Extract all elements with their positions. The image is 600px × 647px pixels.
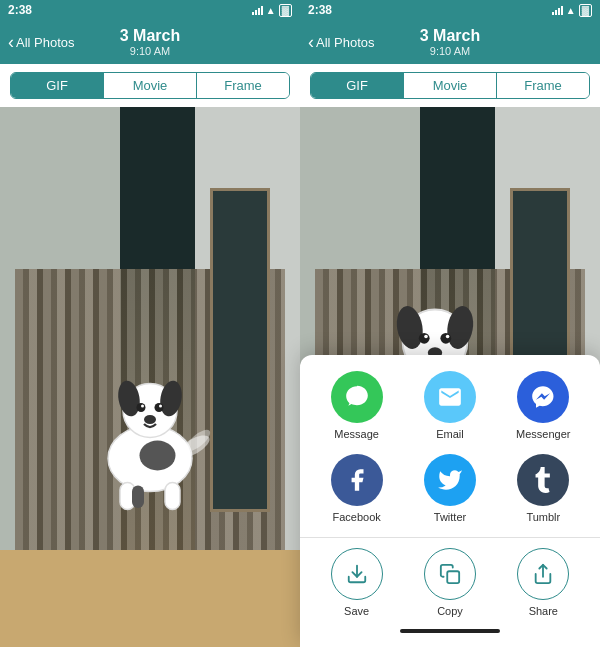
right-panel: 2:38 ▲ ▓ ‹ All Photos 3 March 9:10 AM GI… (300, 0, 600, 647)
email-share-item[interactable]: Email (412, 371, 487, 440)
home-indicator (400, 629, 500, 633)
right-segment-control: GIF Movie Frame (310, 72, 590, 99)
right-back-button[interactable]: ‹ All Photos (308, 33, 375, 51)
right-nav-title: 3 March 9:10 AM (420, 27, 480, 57)
save-action-item[interactable]: Save (319, 548, 394, 617)
tumblr-share-item[interactable]: Tumblr (506, 454, 581, 523)
right-back-label: All Photos (316, 35, 375, 50)
right-title: 3 March (420, 27, 480, 45)
messenger-share-item[interactable]: Messenger (506, 371, 581, 440)
svg-point-21 (424, 335, 428, 339)
share-divider (300, 537, 600, 538)
left-title: 3 March (120, 27, 180, 45)
share-label: Share (529, 605, 558, 617)
messenger-icon (517, 371, 569, 423)
right-status-bar: 2:38 ▲ ▓ (300, 0, 600, 20)
right-status-icons: ▲ ▓ (552, 4, 592, 17)
save-icon (331, 548, 383, 600)
share-sheet: Message Email Messenger (300, 355, 600, 647)
left-segment-control: GIF Movie Frame (10, 72, 290, 99)
svg-point-19 (419, 333, 430, 344)
share-icon (517, 548, 569, 600)
copy-icon (424, 548, 476, 600)
left-back-label: All Photos (16, 35, 75, 50)
svg-rect-11 (165, 482, 180, 509)
right-frame-tab[interactable]: Frame (497, 73, 589, 98)
svg-point-8 (144, 415, 156, 424)
share-row-2: Facebook Twitter Tumblr (300, 454, 600, 523)
left-movie-tab[interactable]: Movie (104, 73, 197, 98)
svg-point-20 (440, 333, 451, 344)
share-action-item[interactable]: Share (506, 548, 581, 617)
wifi-icon: ▲ (266, 5, 276, 16)
right-time: 2:38 (308, 3, 332, 17)
left-nav-title: 3 March 9:10 AM (120, 27, 180, 57)
svg-rect-28 (447, 571, 459, 583)
twitter-share-item[interactable]: Twitter (412, 454, 487, 523)
signal-icon (252, 6, 263, 15)
left-nav-bar: ‹ All Photos 3 March 9:10 AM (0, 20, 300, 64)
right-battery-icon: ▓ (579, 4, 592, 17)
left-photo (0, 107, 300, 647)
right-signal-icon (552, 6, 563, 15)
left-frame-tab[interactable]: Frame (197, 73, 289, 98)
tumblr-icon (517, 454, 569, 506)
left-status-icons: ▲ ▓ (252, 4, 292, 17)
message-label: Message (334, 428, 379, 440)
facebook-icon (331, 454, 383, 506)
copy-label: Copy (437, 605, 463, 617)
facebook-share-item[interactable]: Facebook (319, 454, 394, 523)
right-wifi-icon: ▲ (566, 5, 576, 16)
svg-point-6 (141, 404, 144, 407)
left-photo-bg (0, 107, 300, 647)
messenger-label: Messenger (516, 428, 570, 440)
left-panel: 2:38 ▲ ▓ ‹ All Photos 3 March 9:10 AM GI… (0, 0, 300, 647)
email-label: Email (436, 428, 464, 440)
left-subtitle: 9:10 AM (120, 45, 180, 57)
share-row-1: Message Email Messenger (300, 371, 600, 440)
right-gif-tab[interactable]: GIF (311, 73, 404, 98)
left-time: 2:38 (8, 3, 32, 17)
save-label: Save (344, 605, 369, 617)
message-share-item[interactable]: Message (319, 371, 394, 440)
share-actions-row: Save Copy S (300, 548, 600, 625)
left-gif-tab[interactable]: GIF (11, 73, 104, 98)
facebook-label: Facebook (333, 511, 381, 523)
right-back-chevron-icon: ‹ (308, 33, 314, 51)
svg-point-9 (140, 440, 176, 470)
twitter-label: Twitter (434, 511, 466, 523)
copy-action-item[interactable]: Copy (412, 548, 487, 617)
email-icon (424, 371, 476, 423)
left-status-bar: 2:38 ▲ ▓ (0, 0, 300, 20)
message-icon (331, 371, 383, 423)
tumblr-label: Tumblr (526, 511, 560, 523)
right-subtitle: 9:10 AM (420, 45, 480, 57)
svg-point-7 (159, 404, 162, 407)
left-back-button[interactable]: ‹ All Photos (8, 33, 75, 51)
svg-point-5 (155, 403, 164, 412)
dog-image (75, 280, 225, 577)
right-nav-bar: ‹ All Photos 3 March 9:10 AM (300, 20, 600, 64)
svg-point-4 (137, 403, 146, 412)
svg-point-22 (446, 335, 450, 339)
battery-icon: ▓ (279, 4, 292, 17)
svg-rect-12 (132, 485, 144, 508)
right-movie-tab[interactable]: Movie (404, 73, 497, 98)
twitter-icon (424, 454, 476, 506)
back-chevron-icon: ‹ (8, 33, 14, 51)
